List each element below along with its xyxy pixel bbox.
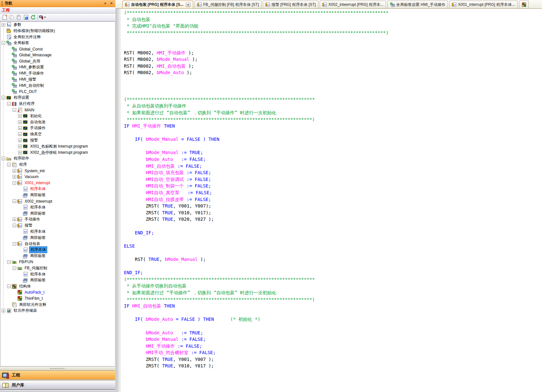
tree-item[interactable]: −程序部件 [0,156,115,162]
tree-item[interactable]: +初始化 [0,113,115,119]
tree-item[interactable]: ThinFilm_t [0,296,115,302]
expand-plus-icon[interactable]: + [2,309,5,312]
sidebar-button-userlib[interactable]: 用户库 [0,380,115,390]
tree-item[interactable]: −MAIN [0,107,115,113]
tree-item[interactable]: HMI_手动操作 [0,70,115,76]
tree-item[interactable]: 局部软元件注释 [0,302,115,308]
tree-item[interactable]: −STX002_inteerrupt [0,198,115,204]
tree-item[interactable]: PLC_OUT [0,89,115,95]
collapse-minus-icon[interactable]: − [2,157,5,160]
tree-item[interactable]: 局部标签 [0,235,115,241]
tree-item[interactable]: +ST手动操作 [0,217,115,223]
paste-icon[interactable] [15,14,22,21]
tree-item[interactable]: HMI_参数设置 [0,64,115,71]
tree-item[interactable]: +STSystem_init [0,168,115,174]
tree-item[interactable]: −FB/FUN [0,259,115,265]
svg-text:i: i [26,17,27,20]
editor-tab[interactable]: STX002_inteerrupt [PRG] 程序本... [320,1,386,8]
tree-item[interactable]: +STVacuum [0,174,115,180]
collapse-minus-icon[interactable]: − [13,266,16,270]
expand-plus-icon[interactable]: + [18,132,22,136]
tree-item[interactable]: −执行程序 [0,101,115,107]
editor-tab[interactable]: STFB_伺服控制 [FB] 程序本体 [ST] [194,1,261,8]
code-line [124,89,541,96]
collapse-minus-icon[interactable]: − [7,163,11,166]
tree-item[interactable]: −ST自动包装 [0,241,115,247]
editor-tab[interactable]: 全局标签设置 HMI_手动操作 [387,1,448,8]
collapse-minus-icon[interactable]: − [7,260,11,264]
code-line [124,223,541,230]
code-line [124,129,541,136]
collapse-minus-icon[interactable]: − [13,224,16,227]
tree-item[interactable]: −程序 [0,162,115,168]
expand-plus-icon[interactable]: + [18,126,22,130]
collapse-minus-icon[interactable]: − [7,285,11,288]
expand-plus-icon[interactable]: + [18,145,22,148]
collapse-minus-icon[interactable]: − [13,242,16,246]
tree-item[interactable]: +X002_急停按钮 Interrupt program [0,150,115,156]
tree-item[interactable]: −程序设置 [0,95,115,101]
tree-item[interactable]: 局部标签 [0,192,115,198]
pin-icon[interactable]: 📌︎ [102,1,107,6]
editor-tab[interactable]: STX001_interrupt [PRG] 程序本体... [449,1,517,8]
tree-item[interactable]: −ST报警 [0,222,115,229]
tree-item[interactable]: Global_Mmassage [0,52,115,58]
editor-tab[interactable] [519,1,529,8]
tree-item[interactable]: +X001_色标检测 Interrupt program [0,143,115,150]
expand-plus-icon[interactable]: + [18,151,22,154]
collapse-minus-icon[interactable]: − [2,41,5,45]
tree-item[interactable]: HMI_自动控制 [0,83,115,89]
tree-item[interactable]: AutoPack_t [0,289,115,296]
tree-item[interactable]: 局部标签 [0,253,115,259]
tree-item[interactable]: Global_共用 [0,58,115,64]
tree-item[interactable]: Global_Const [0,46,115,52]
info-doc-icon[interactable]: i [22,14,29,21]
tree-item[interactable]: ST程序本体 [0,247,115,253]
new-doc-icon[interactable] [1,14,8,21]
expand-plus-icon[interactable]: + [2,23,5,27]
panel-grip-handle[interactable] [1,1,3,6]
st-doc-icon: ST [17,241,22,246]
tree-item[interactable]: +报警 [0,137,115,143]
collapse-minus-icon[interactable]: − [2,96,5,99]
sidebar-splitter[interactable] [0,366,115,370]
expand-plus-icon[interactable]: + [18,139,22,142]
copy-icon[interactable] [8,14,15,21]
expand-plus-icon[interactable]: + [13,218,16,221]
expand-plus-icon[interactable]: + [18,120,22,124]
close-icon[interactable]: ✕ [109,1,114,6]
tree-item[interactable]: 全局软元件注释 [0,34,115,40]
tab-close-icon[interactable]: ✕ [186,3,191,7]
expand-plus-icon[interactable]: + [18,114,22,118]
collapse-minus-icon[interactable]: − [13,199,16,203]
editor-tab[interactable]: ST报警 [PRG] 程序本体 [ST] [263,1,318,8]
tree-item[interactable]: ST程序本体 [0,271,115,277]
editor-tab[interactable]: ST自动包装 [PRG] 程序本体 [S...✕ [122,1,193,8]
tree-item[interactable]: ST程序本体 [0,204,115,210]
monitor-icon[interactable]: ▼ [39,14,46,21]
tree-item[interactable]: +软元件存储器 [0,308,115,314]
collapse-minus-icon[interactable]: − [13,181,16,185]
expand-plus-icon[interactable]: + [13,169,16,173]
tree-item[interactable]: +手动操作 [0,125,115,131]
st-code-editor[interactable]: (***************************************… [116,9,542,392]
collapse-minus-icon[interactable]: − [13,108,16,112]
tree-item[interactable]: +参数 [0,22,115,28]
expand-plus-icon[interactable]: + [13,175,16,179]
tree-item[interactable]: −FB_伺服控制 [0,265,115,271]
tree-item[interactable]: ST程序本体 [0,229,115,235]
collapse-minus-icon[interactable]: − [7,102,11,106]
tree-item[interactable]: +自动包装 [0,119,115,125]
sidebar-button-project[interactable]: 工程 [0,370,115,380]
tree-item[interactable]: 局部标签 [0,210,115,217]
tree-item[interactable]: 局部标签 [0,277,115,283]
tree-item-label: MAIN [24,107,35,113]
tree-item[interactable]: 特殊模块(智能功能模块) [0,28,115,34]
tree-item[interactable]: HMI_报警 [0,76,115,83]
tree-item[interactable]: −全局标签 [0,40,115,46]
tree-item[interactable]: +抽真空 [0,131,115,137]
tree-item[interactable]: −STX001_interrupt [0,180,115,186]
refresh-icon[interactable] [29,14,36,21]
tree-item[interactable]: −结构体 [0,283,115,289]
tree-item[interactable]: ST程序本体 [0,186,115,192]
